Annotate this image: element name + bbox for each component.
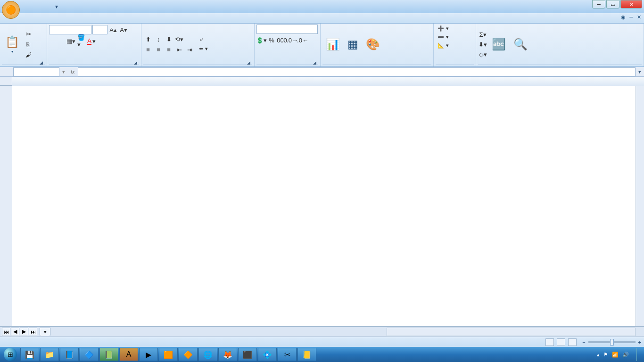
worksheet-grid[interactable] <box>0 77 644 326</box>
percent-format-icon[interactable]: % <box>267 35 276 45</box>
close-button[interactable]: ✕ <box>620 0 642 8</box>
taskbar-firefox-icon[interactable]: 🦊 <box>218 348 237 361</box>
align-right-icon[interactable]: ≡ <box>164 45 173 54</box>
decrease-decimal-icon[interactable]: .0← <box>298 35 307 45</box>
taskbar-excel-icon[interactable]: 📗 <box>99 348 118 361</box>
page-layout-view-button[interactable] <box>557 338 565 346</box>
sheet-nav-first-icon[interactable]: ⏮ <box>2 328 10 336</box>
sheet-nav-next-icon[interactable]: ▶ <box>20 328 28 336</box>
increase-decimal-icon[interactable]: .0→ <box>288 35 297 45</box>
tray-up-icon[interactable]: ▴ <box>597 352 600 358</box>
align-center-icon[interactable]: ≡ <box>154 45 163 54</box>
undo-icon[interactable] <box>31 2 41 11</box>
format-as-table-button[interactable]: ▦ <box>344 35 362 53</box>
alignment-launcher-icon[interactable]: ◢ <box>246 60 251 66</box>
wrap-text-button[interactable]: ⤶ <box>197 36 210 44</box>
zoom-slider[interactable] <box>588 341 636 343</box>
minimize-button[interactable]: ─ <box>592 0 605 8</box>
comma-format-icon[interactable]: 000 <box>277 35 287 45</box>
horizontal-scrollbar[interactable] <box>387 328 636 336</box>
paste-button[interactable]: 📋▾ <box>2 33 23 56</box>
taskbar-aimp-icon[interactable]: 🔶 <box>179 348 198 361</box>
format-painter-icon[interactable]: 🖌 <box>24 50 33 59</box>
taskbar-app2-icon[interactable]: A <box>119 348 138 361</box>
page-break-view-button[interactable] <box>568 338 577 346</box>
taskbar-media-icon[interactable]: 🟧 <box>159 348 178 361</box>
taskbar-app5-icon[interactable]: 💠 <box>258 348 277 361</box>
increase-font-icon[interactable]: A▴ <box>108 25 118 34</box>
column-headers <box>12 77 644 86</box>
autosum-icon[interactable]: Σ▾ <box>478 30 487 39</box>
decrease-indent-icon[interactable]: ⇤ <box>174 45 184 54</box>
taskbar-app4-icon[interactable]: ⬛ <box>238 348 257 361</box>
tray-flag-icon[interactable]: ⚑ <box>603 352 608 358</box>
merge-center-button[interactable]: ⬌ ▾ <box>197 45 210 53</box>
group-font-label: ◢ <box>49 64 139 66</box>
font-size-input[interactable] <box>92 25 107 34</box>
formula-input[interactable] <box>78 67 636 76</box>
clipboard-launcher-icon[interactable]: ◢ <box>38 60 44 66</box>
name-box[interactable] <box>13 67 59 76</box>
orientation-icon[interactable]: ⟲▾ <box>174 34 184 44</box>
app-close-icon[interactable]: ✕ <box>637 14 641 20</box>
bold-button[interactable] <box>49 36 53 46</box>
taskbar-explorer-icon[interactable]: 💾 <box>20 348 39 361</box>
conditional-format-button[interactable]: 📊 <box>322 35 343 53</box>
normal-view-button[interactable] <box>545 338 554 346</box>
delete-cells-button[interactable]: ➖ ▾ <box>436 33 451 41</box>
tray-network-icon[interactable]: 📶 <box>612 352 619 358</box>
maximize-button[interactable]: ▭ <box>606 0 619 8</box>
formula-expand-icon[interactable]: ▾ <box>636 69 644 75</box>
fill-color-icon[interactable]: 🪣▾ <box>76 36 86 46</box>
italic-button[interactable] <box>54 36 58 46</box>
number-launcher-icon[interactable]: ◢ <box>312 60 317 66</box>
insert-cells-button[interactable]: ➕ ▾ <box>436 25 451 33</box>
clear-icon[interactable]: ◇▾ <box>478 49 487 59</box>
find-select-button[interactable]: 🔍 <box>510 35 531 53</box>
zoom-in-button[interactable]: + <box>638 339 641 345</box>
redo-icon[interactable] <box>41 2 51 11</box>
cell-styles-button[interactable]: 🎨 <box>363 35 383 53</box>
vertical-scrollbar[interactable] <box>636 86 644 326</box>
cut-icon[interactable]: ✂ <box>24 29 33 39</box>
fx-icon[interactable]: fx <box>71 69 75 74</box>
fill-icon[interactable]: ⬇▾ <box>478 40 487 49</box>
copy-icon[interactable]: ⎘ <box>24 40 33 49</box>
save-icon[interactable] <box>21 2 30 11</box>
font-launcher-icon[interactable]: ◢ <box>132 60 138 66</box>
taskbar-chrome-icon[interactable]: 🌐 <box>198 348 217 361</box>
taskbar-snip-icon[interactable]: ✂ <box>278 348 297 361</box>
increase-indent-icon[interactable]: ⇥ <box>185 45 194 54</box>
help-icon[interactable]: ◉ <box>621 14 626 20</box>
sort-filter-button[interactable]: 🔤 <box>488 35 509 53</box>
underline-button[interactable] <box>58 36 62 46</box>
taskbar-folder-icon[interactable]: 📁 <box>40 348 59 361</box>
font-color-icon[interactable]: A▾ <box>87 36 96 46</box>
qat-customize-icon[interactable]: ▾ <box>52 2 61 11</box>
align-middle-icon[interactable]: ↕ <box>154 34 163 44</box>
taskbar-word-icon[interactable]: 📘 <box>60 348 79 361</box>
accounting-format-icon[interactable]: 💲▾ <box>256 35 266 45</box>
zoom-out-button[interactable]: − <box>582 339 585 345</box>
sheet-nav-last-icon[interactable]: ⏭ <box>29 328 37 336</box>
borders-icon[interactable]: ▦▾ <box>66 36 75 46</box>
new-sheet-button[interactable]: ✦ <box>40 328 50 336</box>
align-bottom-icon[interactable]: ⬇ <box>164 34 173 44</box>
show-desktop-button[interactable] <box>636 348 640 361</box>
select-all-corner[interactable] <box>0 77 12 86</box>
decrease-font-icon[interactable]: A▾ <box>119 25 128 34</box>
format-cells-button[interactable]: 📐 ▾ <box>436 41 451 49</box>
taskbar-app1-icon[interactable]: 🔷 <box>80 348 99 361</box>
number-format-select[interactable] <box>256 25 318 34</box>
taskbar-app3-icon[interactable]: ▶ <box>139 348 158 361</box>
font-name-input[interactable] <box>49 25 91 34</box>
taskbar-notes-icon[interactable]: 📒 <box>297 348 316 361</box>
office-button[interactable]: 🟠 <box>2 1 20 19</box>
tray-volume-icon[interactable]: 🔊 <box>622 352 629 358</box>
sheet-nav-prev-icon[interactable]: ◀ <box>11 328 19 336</box>
ribbon-minimize-icon[interactable]: ─ <box>629 14 633 20</box>
namebox-dropdown-icon[interactable]: ▾ <box>62 69 65 75</box>
align-left-icon[interactable]: ≡ <box>143 45 153 54</box>
start-button[interactable]: ⊞ <box>1 347 20 362</box>
align-top-icon[interactable]: ⬆ <box>143 34 153 44</box>
